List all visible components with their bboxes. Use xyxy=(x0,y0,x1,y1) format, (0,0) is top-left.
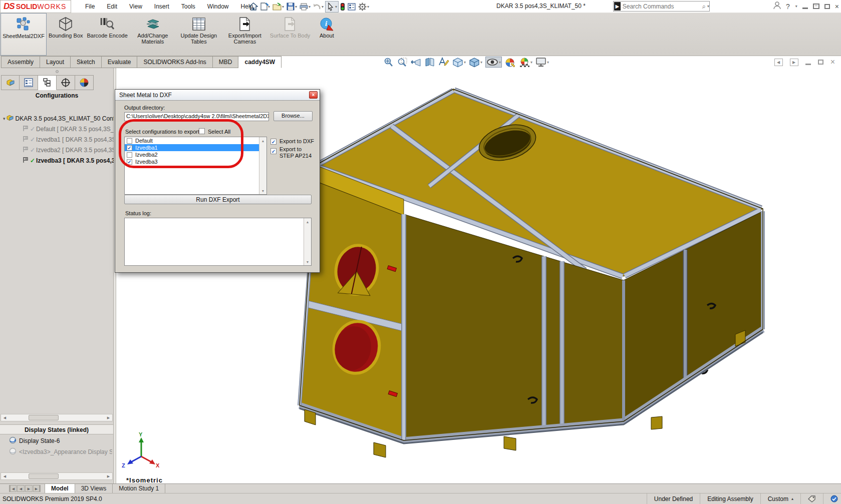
list-row-izvedba1-selected[interactable]: ✓ Izvedba1 xyxy=(125,144,266,151)
select-caret-icon[interactable]: ▾ xyxy=(335,5,337,9)
tab-mbd[interactable]: MBD xyxy=(213,56,239,68)
status-tag-cell[interactable] xyxy=(800,493,823,504)
zoom-to-fit-icon[interactable] xyxy=(383,57,394,68)
options-list-button[interactable] xyxy=(347,2,357,12)
scrollbar-thumb[interactable] xyxy=(29,415,59,420)
next-document-icon[interactable]: ▶ xyxy=(790,59,798,66)
save-button[interactable]: ▾ xyxy=(286,2,298,12)
new-document-button[interactable]: ▾ xyxy=(259,2,271,12)
annotation-view-icon[interactable] xyxy=(438,57,449,67)
browse-button[interactable]: Browse... xyxy=(273,111,313,121)
doc-tab-3d-views[interactable]: 3D Views xyxy=(75,484,113,493)
bounding-box-button[interactable]: Bounding Box xyxy=(47,13,85,56)
status-units-selector[interactable]: Custom ▴ xyxy=(760,493,800,504)
print-button[interactable]: ▾ xyxy=(299,2,312,12)
span-displays-icon[interactable] xyxy=(813,4,819,9)
user-account-icon[interactable] xyxy=(773,2,781,11)
apply-scene-icon[interactable]: ▾ xyxy=(519,57,532,68)
default-checkbox[interactable] xyxy=(127,138,132,144)
add-change-materials-button[interactable]: Add/Change Materials xyxy=(130,13,176,56)
solidworks-logo[interactable]: DS SOLIDWORKS xyxy=(0,0,71,13)
tree-row-izvedba2[interactable]: ✓ Izvedba2 [ DKAR 3.5 pos4,3S xyxy=(0,145,114,155)
rebuild-button[interactable] xyxy=(339,2,346,12)
tab-dimxpertmanager[interactable] xyxy=(57,75,75,90)
edit-appearance-icon[interactable] xyxy=(505,57,516,68)
panel-collapse-handle[interactable] xyxy=(56,70,59,73)
scroll-left-icon[interactable]: ◀ xyxy=(1,416,9,420)
list-row-default[interactable]: Default xyxy=(125,137,266,144)
menu-window[interactable]: Window xyxy=(202,1,234,12)
scroll-down-icon[interactable]: ▼ xyxy=(304,258,311,265)
run-dxf-export-button[interactable]: Run DXF Export xyxy=(124,195,312,204)
hide-show-items-icon[interactable]: ▾ xyxy=(485,57,502,68)
export-dxf-checkbox[interactable]: ✓ xyxy=(270,137,276,145)
sheetmetal2dxf-button[interactable]: SheetMetal2DXF xyxy=(1,13,47,56)
scroll-right-icon[interactable]: ▶ xyxy=(105,416,112,420)
close-document-icon[interactable]: × xyxy=(830,58,835,67)
select-all-checkbox[interactable] xyxy=(199,128,205,135)
menu-insert[interactable]: Insert xyxy=(149,1,174,12)
display-pane-hscrollbar[interactable]: ◀ ▶ xyxy=(1,472,113,480)
izvedba1-checkbox[interactable]: ✓ xyxy=(127,145,132,151)
minimize-window-icon[interactable] xyxy=(802,8,808,9)
next-tab-icon[interactable]: ▶ xyxy=(25,485,33,492)
tree-root-row[interactable]: ▾ DKAR 3.5 pos4,3S_KLIMAT_50 Config xyxy=(0,113,114,124)
status-corner-cell[interactable] xyxy=(823,493,841,504)
menu-file[interactable]: File xyxy=(80,1,100,12)
statuslog-scrollbar[interactable]: ▲ ▼ xyxy=(304,218,311,265)
tag-icon[interactable] xyxy=(808,495,816,502)
close-window-icon[interactable]: × xyxy=(835,3,839,11)
tree-row-default[interactable]: ✓ Default [ DKAR 3.5 pos4,3S_ xyxy=(0,124,114,134)
menu-edit[interactable]: Edit xyxy=(102,1,122,12)
config-pane-hscrollbar[interactable]: ◀ ▶ xyxy=(1,414,113,421)
tab-evaluate[interactable]: Evaluate xyxy=(102,56,138,68)
search-input[interactable] xyxy=(621,3,702,10)
scroll-down-icon[interactable]: ▼ xyxy=(259,187,266,194)
list-row-izvedba3[interactable]: ✓ Izvedba3 xyxy=(125,158,266,165)
status-log-textarea[interactable]: ▲ ▼ xyxy=(124,218,312,266)
tab-sketch[interactable]: Sketch xyxy=(71,56,102,68)
view-settings-icon[interactable]: ▾ xyxy=(535,57,549,67)
section-view-icon[interactable] xyxy=(424,57,435,67)
scroll-right-icon[interactable]: ▶ xyxy=(105,474,112,478)
display-state-row[interactable]: Display State-6 xyxy=(9,436,112,445)
prev-tab-icon[interactable]: ◀ xyxy=(17,485,25,492)
tab-caddy4sw[interactable]: caddy4SW xyxy=(238,56,282,68)
new-caret-icon[interactable]: ▾ xyxy=(268,5,270,9)
first-tab-icon[interactable]: ◀ xyxy=(9,485,17,492)
izvedba2-checkbox[interactable] xyxy=(127,152,132,158)
dialog-title-bar[interactable]: Sheet Metal to DXF × xyxy=(115,90,320,101)
home-button[interactable] xyxy=(248,2,259,12)
scroll-up-icon[interactable]: ▲ xyxy=(304,218,311,225)
restore-document-icon[interactable] xyxy=(818,60,823,65)
about-button[interactable]: i About xyxy=(312,13,341,56)
tab-solidworks-addins[interactable]: SOLIDWORKS Add-Ins xyxy=(137,56,212,68)
help-caret-icon[interactable]: ▾ xyxy=(795,4,797,9)
undo-caret-icon[interactable]: ▾ xyxy=(322,5,324,9)
tab-propertymanager[interactable] xyxy=(20,75,38,90)
tree-row-izvedba3-active[interactable]: ✓ Izvedba3 [ DKAR 3.5 pos4,3S xyxy=(0,155,114,166)
restore-window-icon[interactable] xyxy=(824,4,830,9)
doc-tab-motion-study[interactable]: Motion Study 1 xyxy=(113,484,165,493)
print-caret-icon[interactable]: ▾ xyxy=(309,5,311,9)
export-dxf-checkbox-box[interactable]: ✓ xyxy=(270,139,276,145)
izvedba3-checkbox[interactable]: ✓ xyxy=(127,159,132,165)
menu-view[interactable]: View xyxy=(124,1,147,12)
barcode-encode-button[interactable]: Barcode Encode xyxy=(85,13,130,56)
tree-row-izvedba1[interactable]: ✓ Izvedba1 [ DKAR 3.5 pos4,3S xyxy=(0,134,114,145)
scroll-left-icon[interactable]: ◀ xyxy=(1,474,9,478)
scroll-up-icon[interactable]: ▲ xyxy=(259,137,266,144)
select-tool-button[interactable]: ▾ xyxy=(325,1,339,13)
view-settings-caret-icon[interactable]: ▾ xyxy=(547,60,549,65)
select-all-checkbox-box[interactable] xyxy=(199,128,205,134)
sheet-metal-to-dxf-dialog[interactable]: Sheet Metal to DXF × Output directory: C… xyxy=(115,89,320,273)
listbox-scrollbar[interactable]: ▲ ▼ xyxy=(259,137,266,194)
zoom-to-area-icon[interactable] xyxy=(397,57,407,68)
doc-tab-model[interactable]: Model xyxy=(45,484,75,493)
tab-configurationmanager[interactable] xyxy=(38,75,57,90)
previous-view-icon[interactable] xyxy=(410,57,421,67)
dialog-close-button[interactable]: × xyxy=(309,91,318,99)
settings-gear-button[interactable]: ▾ xyxy=(357,2,370,12)
tab-layout[interactable]: Layout xyxy=(40,56,71,68)
scrollbar-thumb[interactable] xyxy=(29,473,59,479)
